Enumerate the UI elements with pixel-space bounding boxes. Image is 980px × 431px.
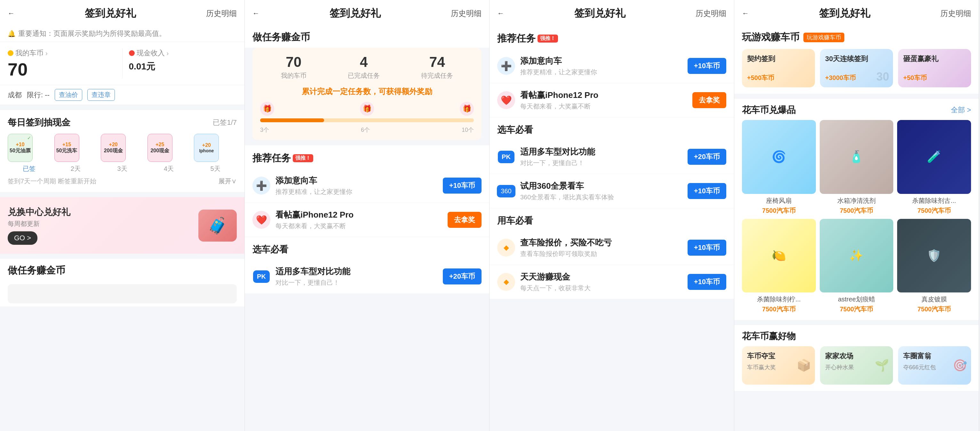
my-coins-1[interactable]: 我的车币 › 70 [8, 48, 116, 78]
header-1: ← 签到兑好礼 历史明细 [0, 0, 245, 25]
win-item-0-4[interactable]: 车币夺宝 车币赢大奖 📦 [742, 346, 815, 385]
back-button-1[interactable]: ← [8, 9, 15, 17]
exchange-go-btn-1[interactable]: GO > [8, 231, 37, 245]
win-title-4: 花车币赢好物 [742, 330, 796, 342]
limit-1: 限行: -- [27, 90, 49, 100]
select-car-info-1-3: 试用360全景看车 360全景看车，堪比真实看车体验 [520, 180, 682, 202]
select-car-title-2: 选车必看 [245, 237, 489, 259]
day-item-2: +20 200现金 3天 [101, 134, 144, 173]
page-title-2: 签到兑好礼 [329, 6, 381, 21]
panel-3: ← 签到兑好礼 历史明细 推荐任务 强推！ ➕ 添加意向车 推荐更精准，让之家更… [490, 0, 734, 431]
recommend-title-3: 推荐任务 强推！ [497, 32, 558, 45]
recommend-header-3: 推荐任务 强推！ [490, 25, 734, 49]
car-use-icon-0-3: ◆ [497, 239, 515, 257]
divider-1 [122, 48, 123, 78]
task-btn-0-2[interactable]: +10车币 [443, 178, 482, 194]
price-link-1[interactable]: 查油价 [55, 89, 82, 101]
exchange-title-1: 兑换中心兑好礼 [8, 206, 70, 218]
select-car-name-0-3: 适用多车型对比功能 [520, 146, 682, 157]
task-stats-2: 70 我的车币 4 已完成任务 74 待完成任务 累计完成一定任务数，可获得额外… [253, 48, 482, 140]
progress-note-2: 累计完成一定任务数，可获得额外奖励 [260, 86, 474, 97]
stat-pending-label-2: 待完成任务 [421, 72, 453, 80]
product-img-0-4: 🌀 [742, 120, 816, 194]
day-reward-2: +20 200现金 [101, 134, 126, 162]
game-card-inner-2-4: 砸蛋赢豪礼 +50车币 [898, 49, 971, 87]
expand-btn-1[interactable]: 展开∨ [218, 177, 237, 186]
select-car-info-0-3: 适用多车型对比功能 对比一下，更懂自己！ [520, 146, 682, 167]
game-card-title-0-4: 契约签到 [747, 54, 810, 64]
game-card-1-4[interactable]: 30天连续签到 +3000车币 30 [820, 49, 893, 87]
car-use-desc-0-3: 查看车险报价即可领取奖励 [520, 250, 682, 258]
select-car-name-0-2: 适用多车型对比功能 [275, 266, 438, 277]
game-card-reward-2-4: +50车币 [903, 73, 966, 82]
game-card-0-4[interactable]: 契约签到 +500车币 [742, 49, 815, 87]
task-earn-title-1: 做任务赚金币 [0, 259, 245, 281]
stat-completed-2: 4 已完成任务 [348, 54, 380, 80]
product-price-5-4: 7500汽车币 [897, 305, 971, 313]
income-dot-icon-1 [129, 50, 135, 56]
product-price-3-4: 7500汽车币 [742, 305, 816, 313]
select-car-btn-0-2[interactable]: +20车币 [443, 269, 482, 285]
milestone-label-1-2: 3个 [260, 126, 269, 134]
product-item-3-4[interactable]: 🍋 杀菌除味剂柠... 7500汽车币 [742, 219, 816, 314]
task-desc-0-3: 推荐更精准，让之家更懂你 [520, 68, 682, 76]
income-value-1: 0.01元 [129, 60, 237, 73]
task-name-0-3: 添加意向车 [520, 56, 682, 67]
history-link-4[interactable]: 历史明细 [940, 8, 971, 19]
task-btn-1-3[interactable]: 去拿奖 [692, 92, 726, 108]
product-item-0-4[interactable]: 🌀 座椅风扇 7500汽车币 [742, 120, 816, 215]
back-button-4[interactable]: ← [742, 9, 749, 17]
history-link-3[interactable]: 历史明细 [695, 8, 726, 19]
product-item-4-4[interactable]: ✨ astree划痕蜡 7500汽车币 [820, 219, 894, 314]
task-icon-0-3: ➕ [497, 57, 515, 75]
task-btn-1-2[interactable]: 去拿奖 [448, 212, 482, 228]
select-car-btn-1-3[interactable]: +10车币 [687, 183, 726, 199]
coin-dot-icon-1 [8, 50, 13, 56]
day-label-0: 已签 [8, 164, 51, 173]
day-item-3: +25 200现金 4天 [148, 134, 190, 173]
win-header-4: 花车币赢好物 [734, 325, 979, 346]
win-item-2-4[interactable]: 车圈富翁 夺666元红包 🎯 [898, 346, 971, 385]
hot-badge-3: 强推！ [538, 35, 558, 43]
car-use-btn-1-3[interactable]: +10车币 [687, 274, 726, 290]
task-btn-0-3[interactable]: +10车币 [687, 58, 726, 74]
task-item-0-3: ➕ 添加意向车 推荐更精准，让之家更懂你 +10车币 [490, 49, 734, 83]
coins-arrow-1: › [45, 49, 48, 57]
violate-link-1[interactable]: 查违章 [88, 89, 115, 101]
day-label-2: 3天 [101, 164, 144, 173]
product-item-1-4[interactable]: 🧴 水箱净清洗剂 7500汽车币 [820, 120, 894, 215]
task-stats-row-2: 70 我的车币 4 已完成任务 74 待完成任务 [260, 54, 474, 80]
task-name-0-2: 添加意向车 [275, 175, 438, 186]
stat-my-coins-2: 70 我的车币 [281, 54, 307, 80]
exchange-info-1: 兑换中心兑好礼 每周都更新 GO > [8, 206, 70, 245]
product-img-5-4: 🛡️ [897, 219, 971, 293]
history-link-1[interactable]: 历史明细 [206, 8, 237, 19]
product-item-5-4[interactable]: 🛡️ 真皮镀膜 7500汽车币 [897, 219, 971, 314]
game-card-inner-0-4: 契约签到 +500车币 [742, 49, 815, 87]
product-name-2-4: 杀菌除味剂古... [897, 196, 971, 205]
360-icon-3: 360 [497, 182, 515, 200]
task-info-1-3: 看帖赢iPhone12 Pro 每天都来看，大奖赢不断 [520, 90, 687, 111]
task-info-0-2: 添加意向车 推荐更精准，让之家更懂你 [275, 175, 438, 196]
task-desc-1-2: 每天都来看，大奖赢不断 [275, 222, 442, 231]
products-all-4[interactable]: 全部 > [951, 105, 971, 115]
product-img-4-4: ✨ [820, 219, 894, 293]
game-card-2-4[interactable]: 砸蛋赢豪礼 +50车币 [898, 49, 971, 87]
task-icon-1-2: ❤️ [253, 211, 270, 229]
header-4: ← 签到兑好礼 历史明细 [734, 0, 979, 25]
game-cards-4: 契约签到 +500车币 30天连续签到 +3000车币 30 砸蛋赢豪礼 +50… [734, 49, 979, 94]
income-1[interactable]: 现金收入 › 0.01元 [129, 48, 237, 78]
milestone-icon-1-2: 🎁 [260, 102, 274, 116]
car-use-btn-0-3[interactable]: +10车币 [687, 240, 726, 256]
back-button-2[interactable]: ← [253, 9, 259, 17]
select-car-desc-1-3: 360全景看车，堪比真实看车体验 [520, 193, 682, 202]
back-button-3[interactable]: ← [497, 9, 504, 17]
panel-1: ← 签到兑好礼 历史明细 🔔 重要通知：页面展示奖励均为所得奖励最高值。 我的车… [0, 0, 245, 431]
exchange-banner-1[interactable]: 兑换中心兑好礼 每周都更新 GO > 🧳 [0, 197, 245, 254]
win-item-1-4[interactable]: 家家农场 开心种水果 🌱 [820, 346, 893, 385]
product-item-2-4[interactable]: 🧪 杀菌除味剂古... 7500汽车币 [897, 120, 971, 215]
milestone-icons-2: 🎁 🎁 🎁 [260, 102, 474, 116]
stat-coins-val-2: 70 [281, 54, 307, 70]
history-link-2[interactable]: 历史明细 [451, 8, 482, 19]
select-car-btn-0-3[interactable]: +20车币 [687, 149, 726, 165]
